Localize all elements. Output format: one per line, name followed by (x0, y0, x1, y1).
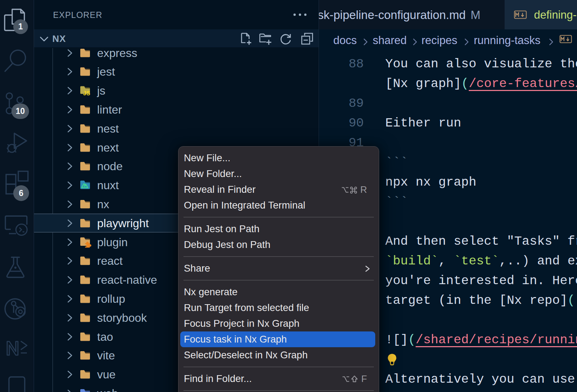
svg-text:JS: JS (83, 90, 90, 96)
